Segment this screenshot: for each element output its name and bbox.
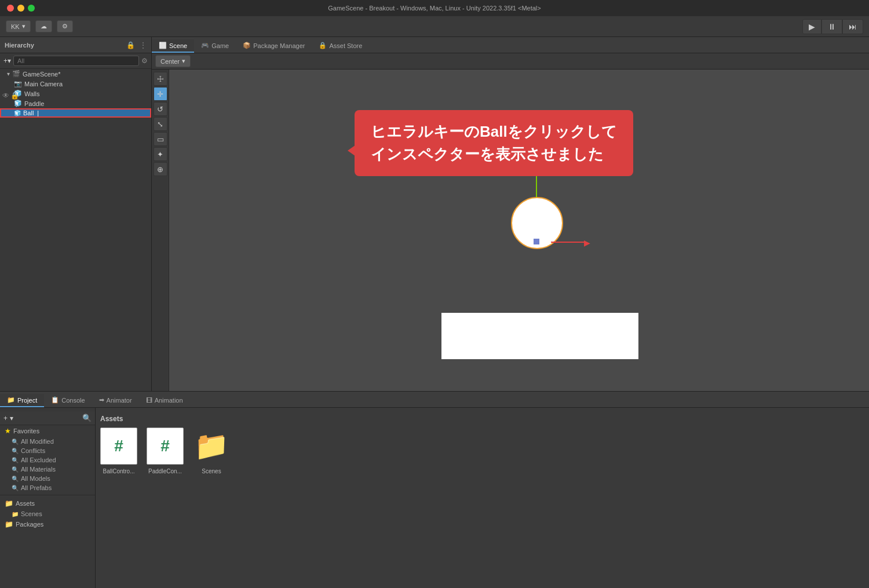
scenes-folder-asset-icon: 📁	[193, 428, 230, 465]
proj-all-prefabs[interactable]: 🔍 All Prefabs	[0, 483, 95, 492]
proj-all-modified[interactable]: 🔍 All Modified	[0, 437, 95, 446]
lock-icon[interactable]: 🔒	[10, 92, 19, 100]
collab-button[interactable]: ☁	[35, 20, 52, 32]
tab-animation[interactable]: 🎞 Animation	[139, 395, 190, 407]
hierarchy-search[interactable]	[13, 56, 139, 66]
dropdown-icon: ▾	[182, 57, 185, 65]
animation-tab-label: Animation	[155, 397, 183, 404]
tab-game[interactable]: 🎮 Game	[194, 39, 236, 53]
project-main: Assets # BallContro... # Paddl	[96, 408, 869, 588]
hierarchy-item-walls[interactable]: 🧊 Walls	[0, 89, 151, 98]
hierarchy-item-maincamera[interactable]: 📷 Main Camera	[0, 79, 151, 89]
pause-button[interactable]: ⏸	[821, 19, 842, 34]
add-project-button[interactable]: +	[3, 414, 8, 422]
search-prefabs-icon: 🔍	[12, 485, 19, 491]
ball-label: Ball	[23, 109, 34, 116]
fullscreen-button[interactable]	[28, 5, 35, 12]
all-conflicts-label: Conflicts	[21, 447, 45, 454]
hierarchy-item-gamescene[interactable]: ▾ 🎬 GameScene*	[0, 69, 151, 79]
project-search-icon[interactable]: 🔍	[82, 414, 92, 422]
scenes-folder-icon: 📁	[12, 511, 19, 517]
rect-tool[interactable]: ▭	[154, 132, 167, 146]
scene-area: ⬜ Scene 🎮 Game 📦 Package Manager 🔒 Asset…	[152, 37, 869, 391]
add-hierarchy-button[interactable]: +▾	[3, 57, 11, 65]
search-materials-icon: 🔍	[12, 466, 19, 473]
asset-paddlecontroller[interactable]: # PaddleCon...	[147, 428, 184, 474]
tab-scene[interactable]: ⬜ Scene	[152, 39, 194, 53]
proj-scenes-folder[interactable]: 📁 Scenes	[0, 509, 95, 518]
paddle-scene-object[interactable]	[441, 313, 638, 359]
play-button[interactable]: ▶	[802, 19, 821, 34]
search-icon: 🔍	[12, 439, 19, 445]
tab-console[interactable]: 📋 Console	[44, 394, 92, 407]
scene-tab-icon: ⬜	[159, 42, 167, 49]
x-axis-arrow: ▶	[584, 238, 590, 247]
search-models-icon: 🔍	[12, 476, 19, 482]
asset-store-tab-label: Asset Store	[329, 42, 362, 49]
rotate-tool[interactable]: ↺	[154, 102, 167, 116]
proj-all-models[interactable]: 🔍 All Models	[0, 474, 95, 483]
move-tool[interactable]: ✛	[154, 87, 167, 101]
hierarchy-title: Hierarchy	[5, 42, 34, 49]
step-button[interactable]: ⏭	[842, 19, 863, 34]
ball-visibility-controls: 👁 🔒	[2, 92, 19, 100]
divider	[0, 495, 95, 495]
search-conflicts-icon: 🔍	[12, 448, 19, 454]
scene-viewport[interactable]: ☩ ✛ ↺ ⤡ ▭ ✦ ⊕ ヒエラルキーのBallをクリックして インスペクター…	[152, 70, 869, 391]
hierarchy-toolbar: +▾ ⚙	[0, 53, 151, 69]
proj-all-conflicts[interactable]: 🔍 Conflicts	[0, 446, 95, 455]
hierarchy-item-ball[interactable]: 🧊 Ball |	[0, 108, 151, 118]
animator-tab-label: Animator	[107, 397, 132, 404]
tab-asset-store[interactable]: 🔒 Asset Store	[312, 39, 369, 53]
tab-project[interactable]: 📁 Project	[0, 394, 44, 407]
assets-section-header[interactable]: 📁 Assets	[0, 498, 95, 509]
asset-ballcontroller[interactable]: # BallContro...	[100, 428, 137, 474]
hierarchy-menu-icon[interactable]: ⋮	[140, 41, 147, 49]
ballcontroller-label: BallContro...	[103, 468, 134, 474]
favorites-section[interactable]: ★ Favorites	[0, 425, 95, 437]
custom-tool[interactable]: ⊕	[154, 162, 167, 176]
ball-object-icon: 🧊	[14, 110, 21, 116]
packages-section-label: Packages	[16, 521, 43, 528]
game-tab-icon: 🎮	[201, 42, 209, 49]
all-modified-label: All Modified	[21, 438, 54, 445]
eye-icon[interactable]: 👁	[2, 92, 9, 100]
proj-all-materials[interactable]: 🔍 All Materials	[0, 465, 95, 474]
add-project-dropdown[interactable]: ▾	[10, 414, 13, 422]
scene-tab-label: Scene	[169, 42, 187, 49]
hand-tool[interactable]: ☩	[154, 72, 167, 86]
minimize-button[interactable]	[17, 5, 24, 12]
titlebar: GameScene - Breakout - Windows, Mac, Lin…	[0, 0, 869, 16]
asset-scenes-folder[interactable]: 📁 Scenes	[193, 428, 230, 474]
hierarchy-options-icon[interactable]: ⚙	[141, 57, 148, 65]
bottom-area: 📁 Project 📋 Console ➡ Animator 🎞 Animati…	[0, 391, 869, 588]
dropdown-icon: ▾	[22, 23, 25, 30]
hierarchy-panel: Hierarchy 🔒 ⋮ +▾ ⚙ ▾ 🎬 GameScene* 📷 Main…	[0, 37, 152, 391]
scene-toolbar: Center ▾	[152, 53, 869, 70]
hierarchy-header: Hierarchy 🔒 ⋮	[0, 37, 151, 53]
hierarchy-item-paddle[interactable]: 🧊 Paddle	[0, 98, 151, 108]
close-button[interactable]	[7, 5, 14, 12]
window-title: GameScene - Breakout - Windows, Mac, Lin…	[328, 5, 541, 12]
ball-row-wrapper: 🧊 Ball |	[0, 108, 151, 118]
package-tab-icon: 📦	[243, 42, 251, 49]
bottom-content: + ▾ 🔍 ★ Favorites 🔍 All Modified 🔍 Confl…	[0, 408, 869, 588]
assets-section-label: Assets	[16, 500, 35, 507]
proj-all-excluded[interactable]: 🔍 All Excluded	[0, 455, 95, 465]
animator-tab-icon: ➡	[99, 396, 104, 404]
transform-tool[interactable]: ✦	[154, 147, 167, 161]
assets-main-header: Assets	[100, 412, 864, 428]
tab-package-manager[interactable]: 📦 Package Manager	[236, 39, 312, 53]
settings-button[interactable]: ⚙	[57, 20, 73, 32]
packages-section-header[interactable]: 📁 Packages	[0, 518, 95, 530]
scale-tool[interactable]: ⤡	[154, 117, 167, 131]
center-pivot-button[interactable]: Center ▾	[155, 55, 191, 67]
account-label: KK	[11, 23, 20, 30]
hierarchy-lock-icon[interactable]: 🔒	[126, 41, 135, 49]
scene-tabs: ⬜ Scene 🎮 Game 📦 Package Manager 🔒 Asset…	[152, 37, 869, 53]
project-tab-icon: 📁	[7, 396, 15, 404]
all-models-label: All Models	[21, 475, 50, 482]
tab-animator[interactable]: ➡ Animator	[92, 394, 139, 407]
account-button[interactable]: KK ▾	[6, 20, 31, 32]
pivot-handle[interactable]	[534, 239, 539, 244]
